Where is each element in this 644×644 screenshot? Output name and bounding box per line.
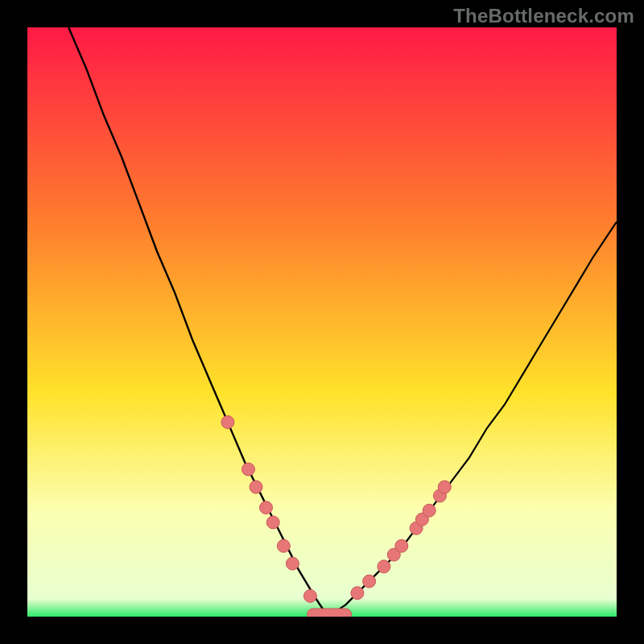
marker-dot [266, 516, 279, 529]
marker-dot [286, 557, 299, 570]
watermark-text: TheBottleneck.com [453, 5, 634, 27]
marker-dot [303, 589, 316, 602]
marker-dot [250, 481, 262, 493]
marker-dot [277, 539, 290, 552]
chart-frame: TheBottleneck.com [0, 0, 644, 644]
marker-dot [363, 575, 376, 588]
marker-dot [260, 502, 273, 514]
marker-dot [378, 560, 390, 573]
marker-dot [438, 481, 451, 493]
gradient-background [27, 27, 617, 617]
plot-area [27, 27, 617, 617]
marker-dot [242, 463, 255, 476]
marker-dot [351, 587, 364, 600]
gradient-plot [27, 27, 617, 617]
valley-flat-segment [308, 609, 352, 617]
marker-dot [395, 539, 408, 552]
marker-dot [221, 415, 234, 428]
marker-dot [423, 504, 436, 517]
